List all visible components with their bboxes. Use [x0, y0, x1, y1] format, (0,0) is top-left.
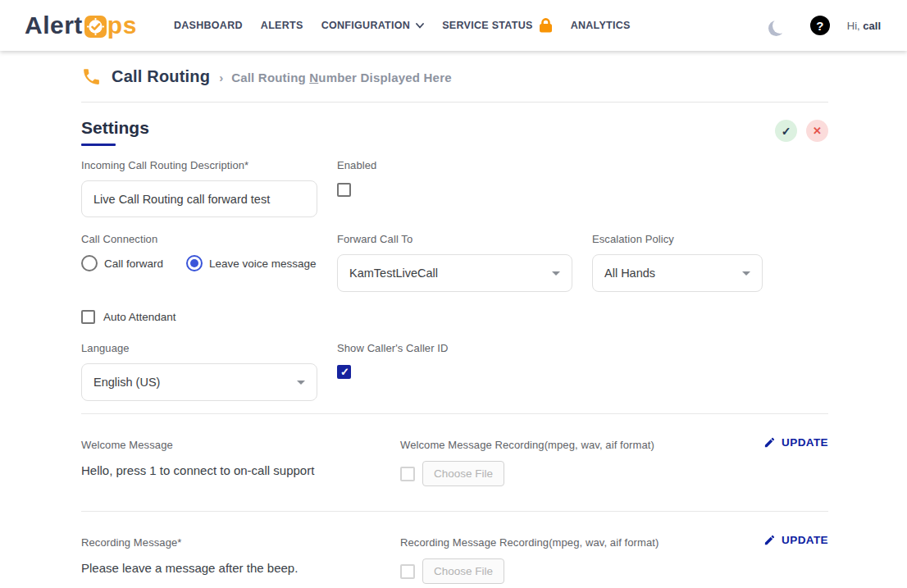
call-connection-label: Call Connection: [81, 233, 317, 245]
nav-label: SERVICE STATUS: [442, 20, 532, 31]
dropdown-caret-icon: [742, 271, 750, 276]
nav-label: ALERTS: [261, 20, 303, 31]
save-button[interactable]: ✓: [775, 120, 797, 142]
logo-text-ps: ps: [107, 11, 137, 39]
forward-call-to-label: Forward Call To: [337, 233, 572, 245]
radio-call-forward[interactable]: Call forward: [81, 255, 163, 271]
greeting-username: call: [863, 20, 881, 32]
nav-item-analytics[interactable]: ANALYTICS: [562, 0, 640, 51]
header-actions: ✓ ✕: [775, 120, 828, 142]
selected-value: All Hands: [604, 267, 655, 280]
breadcrumb: Call Routing › Call Routing Number Displ…: [81, 51, 828, 103]
cancel-button[interactable]: ✕: [806, 120, 828, 142]
description-input[interactable]: [81, 180, 317, 217]
enabled-label: Enabled: [337, 159, 376, 171]
nav-item-dashboard[interactable]: DASHBOARD: [165, 0, 252, 51]
subtitle-post: umber Displayed Here: [318, 71, 451, 84]
recording-choose-file-button[interactable]: Choose File: [422, 558, 504, 584]
description-label: Incoming Call Routing Description*: [81, 159, 317, 171]
nav-item-configuration[interactable]: CONFIGURATION: [312, 0, 434, 51]
nav-item-service-status[interactable]: SERVICE STATUS: [433, 0, 561, 51]
nav-label: ANALYTICS: [571, 20, 631, 31]
auto-attendant-option[interactable]: Auto Attendant: [81, 310, 176, 324]
user-greeting[interactable]: Hi, call: [847, 20, 881, 32]
lock-icon: [539, 18, 553, 33]
navbar-right: ? Hi, call: [773, 16, 881, 35]
settings-panel: Settings ✓ ✕ Incoming Call Routing Descr…: [81, 118, 828, 588]
language-select[interactable]: English (US): [81, 363, 317, 401]
recording-recording-label: Recording Message Recording(mpeg, wav, a…: [400, 536, 722, 549]
show-caller-id-checkbox[interactable]: [337, 365, 351, 379]
radio-leave-voice-message[interactable]: Leave voice message: [186, 255, 317, 271]
recording-message-label: Recording Message*: [81, 536, 400, 549]
recording-message-section: Recording Message* Please leave a messag…: [81, 512, 828, 588]
show-caller-id-label: Show Caller's Caller ID: [337, 342, 449, 354]
pencil-icon: [763, 534, 776, 546]
welcome-message-label: Welcome Message: [81, 439, 400, 451]
recording-message-value: Please leave a message after the beep.: [81, 561, 400, 575]
page-title: Call Routing: [112, 67, 210, 86]
forward-call-to-select[interactable]: KamTestLiveCall: [337, 254, 572, 292]
auto-attendant-label: Auto Attendant: [103, 311, 176, 323]
welcome-recording-label: Welcome Message Recording(mpeg, wav, aif…: [400, 439, 722, 451]
nav-label: DASHBOARD: [174, 20, 243, 31]
auto-attendant-checkbox[interactable]: [81, 310, 95, 324]
recording-recording-checkbox[interactable]: [400, 564, 415, 579]
clock-check-icon: [84, 16, 107, 38]
subtitle-underlined: N: [309, 71, 318, 84]
phone-icon: [81, 66, 102, 87]
recording-update-button[interactable]: UPDATE: [763, 531, 828, 548]
top-navbar: Alert ps DASHBOARD ALERTS CONFIGURATION …: [0, 0, 907, 51]
selected-value: KamTestLiveCall: [349, 267, 438, 280]
welcome-update-button[interactable]: UPDATE: [763, 434, 828, 450]
alertops-logo[interactable]: Alert ps: [25, 11, 137, 39]
update-label: UPDATE: [782, 436, 828, 449]
subtitle-pre: Call Routing: [231, 71, 309, 84]
chevron-down-icon: [416, 23, 424, 29]
dropdown-caret-icon: [297, 381, 305, 385]
dark-mode-moon-icon[interactable]: [773, 18, 788, 34]
welcome-choose-file-button[interactable]: Choose File: [422, 461, 504, 486]
welcome-message-value: Hello, press 1 to connect to on-call sup…: [81, 463, 400, 477]
logo-text-alert: Alert: [25, 11, 83, 39]
nav-item-alerts[interactable]: ALERTS: [252, 0, 312, 51]
radio-circle[interactable]: [81, 255, 98, 271]
call-connection-radios: Call forward Leave voice message: [81, 255, 317, 271]
update-label: UPDATE: [782, 534, 828, 546]
escalation-policy-select[interactable]: All Hands: [592, 254, 763, 292]
welcome-message-section: Welcome Message Hello, press 1 to connec…: [81, 414, 828, 511]
radio-label: Call forward: [104, 258, 163, 270]
section-heading: Settings: [81, 118, 149, 146]
selected-value: English (US): [93, 376, 160, 389]
language-label: Language: [81, 342, 317, 354]
radio-circle[interactable]: [186, 255, 203, 271]
greeting-prefix: Hi,: [847, 20, 864, 32]
breadcrumb-subtitle: Call Routing Number Displayed Here: [231, 71, 452, 84]
help-icon[interactable]: ?: [810, 16, 830, 35]
dropdown-caret-icon: [552, 271, 560, 276]
escalation-policy-label: Escalation Policy: [592, 233, 763, 245]
main-nav: DASHBOARD ALERTS CONFIGURATION SERVICE S…: [165, 0, 640, 51]
welcome-recording-checkbox[interactable]: [400, 467, 415, 481]
enabled-checkbox[interactable]: [337, 183, 351, 197]
breadcrumb-separator: ›: [219, 71, 223, 84]
nav-label: CONFIGURATION: [321, 20, 411, 31]
pencil-icon: [763, 436, 776, 449]
radio-label: Leave voice message: [209, 258, 317, 270]
